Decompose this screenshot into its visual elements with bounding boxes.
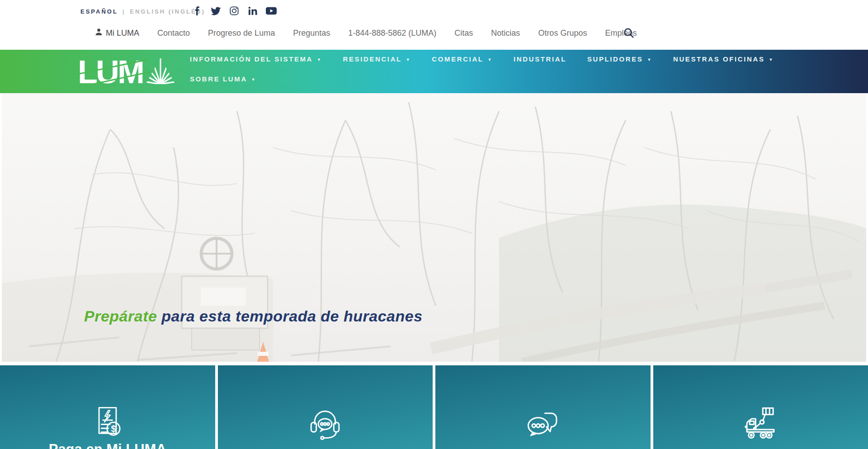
nav-item-sobre-luma[interactable]: SOBRE LUMA▼ xyxy=(190,75,256,83)
utility-nav-label: Otros Grupos xyxy=(538,28,587,38)
nav-item-label: RESIDENCIAL xyxy=(343,55,402,63)
social-links xyxy=(192,5,277,16)
instagram-icon[interactable] xyxy=(229,5,240,16)
nav-item-label: INFORMACIÓN DEL SISTEMA xyxy=(190,55,313,63)
card-chat-bubbles[interactable] xyxy=(435,365,651,449)
utility-nav-item-preguntas[interactable]: Preguntas xyxy=(293,28,330,38)
utility-nav-label: Noticias xyxy=(491,28,520,38)
language-switcher: ESPAÑOL | ENGLISH (INGLÉS) xyxy=(80,8,205,15)
main-nav: LUM INFORMACIÓN DEL SISTEMA▼RESIDENCIAL▼… xyxy=(0,50,868,93)
utility-nav-label: Preguntas xyxy=(293,28,330,38)
nav-item-label: NUESTRAS OFICINAS xyxy=(673,55,765,63)
main-nav-row1: INFORMACIÓN DEL SISTEMA▼RESIDENCIAL▼COME… xyxy=(190,55,774,63)
hero-carousel: Prepárate para esta temporada de huracan… xyxy=(2,93,866,362)
quick-link-cards: $Paga en Mi LUMA xyxy=(0,365,868,449)
chat-bubbles-icon xyxy=(522,403,564,445)
nav-item-nuestras-oficinas[interactable]: NUESTRAS OFICINAS▼ xyxy=(673,55,774,63)
utility-nav-item-1-844-888-5862-luma[interactable]: 1-844-888-5862 (LUMA) xyxy=(348,28,436,38)
language-separator: | xyxy=(123,8,125,15)
bill-dollar-icon: $ xyxy=(88,403,127,445)
nav-item-label: COMERCIAL xyxy=(432,55,483,63)
utility-nav-label: Citas xyxy=(454,28,473,38)
bucket-truck-icon xyxy=(740,403,781,445)
utility-nav-label: Contacto xyxy=(157,28,190,38)
card-label: Paga en Mi LUMA xyxy=(49,441,166,449)
chevron-down-icon: ▼ xyxy=(488,57,493,62)
chevron-down-icon: ▼ xyxy=(769,57,774,62)
utility-nav-item-mi-luma[interactable]: Mi LUMA xyxy=(95,28,139,38)
nav-item-label: SOBRE LUMA xyxy=(190,75,247,83)
nav-item-residencial[interactable]: RESIDENCIAL▼ xyxy=(343,55,411,63)
utility-nav-label: Mi LUMA xyxy=(106,28,139,38)
facebook-icon[interactable] xyxy=(192,5,203,16)
chevron-down-icon: ▼ xyxy=(251,77,257,82)
user-icon xyxy=(95,28,103,38)
svg-text:$: $ xyxy=(111,424,116,434)
card-headset[interactable] xyxy=(218,365,433,449)
utility-nav-item-noticias[interactable]: Noticias xyxy=(491,28,520,38)
main-nav-row2: SOBRE LUMA▼ xyxy=(190,75,256,83)
utility-nav: Mi LUMAContactoProgreso de LumaPreguntas… xyxy=(95,28,637,38)
utility-nav-item-otros-grupos[interactable]: Otros Grupos xyxy=(538,28,587,38)
nav-item-comercial[interactable]: COMERCIAL▼ xyxy=(432,55,493,63)
utility-nav-item-contacto[interactable]: Contacto xyxy=(157,28,190,38)
hero-title-rest: para esta temporada de huracanes xyxy=(157,307,422,325)
card-bucket-truck[interactable] xyxy=(653,365,868,449)
utility-nav-item-citas[interactable]: Citas xyxy=(454,28,473,38)
utility-nav-label: 1-844-888-5862 (LUMA) xyxy=(348,28,436,38)
nav-item-label: SUPLIDORES xyxy=(587,55,643,63)
language-spanish[interactable]: ESPAÑOL xyxy=(80,8,118,15)
chevron-down-icon: ▼ xyxy=(406,57,411,62)
card-bill-dollar[interactable]: $Paga en Mi LUMA xyxy=(0,365,215,449)
youtube-icon[interactable] xyxy=(266,5,277,16)
hero-title: Prepárate para esta temporada de huracan… xyxy=(84,307,423,325)
top-utility-area: ESPAÑOL | ENGLISH (INGLÉS) Mi LUMAContac… xyxy=(0,0,868,50)
search-icon[interactable] xyxy=(623,27,637,41)
luma-logo[interactable]: LUM xyxy=(80,56,175,87)
nav-item-industrial[interactable]: INDUSTRIAL xyxy=(514,55,566,63)
chevron-down-icon: ▼ xyxy=(317,57,322,62)
chevron-down-icon: ▼ xyxy=(647,57,652,62)
nav-item-informacion-del-sistema[interactable]: INFORMACIÓN DEL SISTEMA▼ xyxy=(190,55,322,63)
nav-item-label: INDUSTRIAL xyxy=(514,55,566,63)
utility-nav-item-progreso-de-luma[interactable]: Progreso de Luma xyxy=(208,28,275,38)
twitter-icon[interactable] xyxy=(210,5,221,16)
linkedin-icon[interactable] xyxy=(247,5,258,16)
utility-nav-label: Progreso de Luma xyxy=(208,28,275,38)
hero-title-highlight: Prepárate xyxy=(84,307,157,325)
nav-item-suplidores[interactable]: SUPLIDORES▼ xyxy=(587,55,652,63)
headset-icon xyxy=(305,403,345,445)
